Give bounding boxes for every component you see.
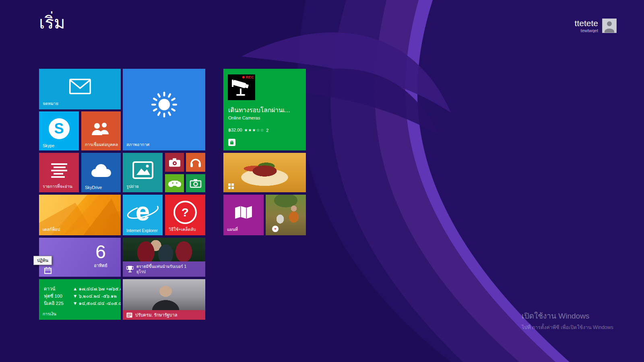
tile-desktop[interactable]: เดสก์ท็อป <box>39 195 121 235</box>
rating-count: 2 <box>266 128 268 133</box>
user-secondary-name: tewtwqet <box>575 28 598 33</box>
newspaper-icon <box>126 313 132 318</box>
finance-row: ดาวน์ ▲ ๑๗,๔๔๗.๖๗ +๗๖๕.๕๖ <box>44 286 118 293</box>
rec-indicator: REC <box>242 75 254 79</box>
activation-line1: เปิดใช้งาน Windows <box>522 310 613 322</box>
avatar-person-icon <box>607 21 612 26</box>
store-app-price: ฿32.00 <box>228 128 242 133</box>
activation-line2: ไปที่ การตั้งค่าพีซี เพื่อเปิดใช้งาน Win… <box>522 323 613 331</box>
start-screen: เริ่ม ttetete tewtwqet จดหมาย S Skype <box>0 0 644 362</box>
tile-maps[interactable]: แผนที่ <box>223 195 264 235</box>
tile-sports[interactable]: ตราฮมีขึ้นแท่นนำมรับเบอร์ 1 ยุโรป <box>123 238 205 277</box>
sports-headline: ตราฮมีขึ้นแท่นนำมรับเบอร์ 1 ยุโรป <box>136 264 186 274</box>
tile-label: แผนที่ <box>227 226 238 233</box>
store-app-subtitle: Online Cameras <box>228 115 260 120</box>
tile-label: Internet Explorer <box>126 228 158 233</box>
finance-row: ฟุตซี่ 100 ▼ ๖,๒๐๔.๒๔ -๕๖.๑๒ <box>44 293 118 300</box>
tile-label: การเชื่อมต่อบุคคล <box>85 141 118 148</box>
tile-label: การเงิน <box>43 311 56 317</box>
tile-skydrive[interactable]: SkyDrive <box>81 153 121 192</box>
tile-xbox-games[interactable] <box>165 174 184 192</box>
tile-label: รายการที่จะอ่าน <box>43 183 72 190</box>
news-headline: ปรับครม. รักษารัฐบาล <box>135 311 177 319</box>
food-app-grid-icon <box>228 183 234 189</box>
store-app-image: REC <box>228 74 255 100</box>
tile-people[interactable]: การเชื่อมต่อบุคคล <box>81 111 121 150</box>
camera-outline-icon <box>190 179 202 188</box>
tile-finance[interactable]: ดาวน์ ▲ ๑๗,๔๔๗.๖๗ +๗๖๕.๕๖ ฟุตซี่ 100 ▼ ๖… <box>39 279 121 320</box>
tile-store-online-cameras[interactable]: REC เดินทางรอบโลกผ่านเ... Online Cameras… <box>223 69 306 150</box>
page-title: เริ่ม <box>39 12 65 34</box>
tile-camera-green[interactable] <box>186 174 205 192</box>
tile-weather[interactable]: สภาพอากาศ <box>123 69 205 150</box>
rec-dot-icon <box>242 76 245 78</box>
store-bag-icon <box>228 138 236 146</box>
tile-music[interactable] <box>186 153 205 172</box>
skydrive-cloud-icon <box>89 162 113 178</box>
tile-photos[interactable]: รูปถ่าย <box>123 153 163 192</box>
tile-label: SkyDrive <box>85 185 102 190</box>
user-profile[interactable]: ttetete tewtwqet <box>575 19 617 33</box>
photos-icon <box>132 161 153 179</box>
tile-label: จดหมาย <box>43 100 58 107</box>
mail-icon <box>69 78 91 95</box>
trophy-icon <box>126 265 134 273</box>
reading-list-icon <box>50 162 68 178</box>
people-icon <box>91 121 111 136</box>
calendar-date: 6 อาทิตย์ <box>85 243 116 269</box>
store-app-title: เดินทางรอบโลกผ่านเ... <box>228 105 303 115</box>
tile-label: Skype <box>43 143 54 148</box>
tile-mail[interactable]: จดหมาย <box>39 69 121 109</box>
tile-label: รูปถ่าย <box>126 183 139 190</box>
calendar-icon <box>44 267 52 274</box>
camera-icon <box>169 158 181 167</box>
ie-icon: e <box>125 197 161 226</box>
tile-skype[interactable]: S Skype <box>39 111 79 150</box>
game-controller-icon <box>168 179 182 188</box>
calendar-tooltip: ปฏิทิน <box>33 256 52 265</box>
question-mark-icon: ? <box>173 201 197 224</box>
tile-news[interactable]: ปรับครม. รักษารัฐบาล <box>123 279 205 320</box>
calendar-day: 6 <box>85 243 116 261</box>
tile-help-tips[interactable]: ? วิธีใช้+เคล็ดลับ <box>165 195 205 235</box>
sports-caption-band: ตราฮมีขึ้นแท่นนำมรับเบอร์ 1 ยุโรป <box>123 261 205 277</box>
maps-icon <box>234 205 253 220</box>
tile-camera[interactable] <box>165 153 184 172</box>
user-name: ttetete <box>575 19 598 28</box>
rating-stars: ★★★☆☆ <box>244 128 264 132</box>
tile-label: เดสก์ท็อป <box>43 226 60 233</box>
tile-label: สภาพอากาศ <box>126 141 149 148</box>
heart-badge-icon: ♥ <box>272 226 279 232</box>
news-caption-band: ปรับครม. รักษารัฐบาล <box>123 310 205 320</box>
activation-watermark: เปิดใช้งาน Windows ไปที่ การตั้งค่าพีซี … <box>522 310 613 331</box>
finance-quotes: ดาวน์ ▲ ๑๗,๔๔๗.๖๗ +๗๖๕.๕๖ ฟุตซี่ 100 ▼ ๖… <box>44 286 118 307</box>
calendar-weekday: อาทิตย์ <box>85 262 116 269</box>
tile-travel[interactable]: ♥ <box>266 195 306 235</box>
avatar <box>602 19 617 33</box>
tile-label: วิธีใช้+เคล็ดลับ <box>169 226 196 233</box>
tile-reading-list[interactable]: รายการที่จะอ่าน <box>39 153 79 192</box>
weather-sun-icon <box>149 89 180 120</box>
finance-row: นิเคอิ 225 ▼ ๑๔,๕๐๔.๔๔ -๔๐๕.๔๒ <box>44 300 118 307</box>
cctv-camera-icon <box>231 79 252 98</box>
skype-icon: S <box>49 118 70 139</box>
headphones-icon <box>190 157 202 168</box>
tile-internet-explorer[interactable]: e Internet Explorer <box>123 195 163 235</box>
store-app-price-row: ฿32.00 ★★★☆☆ 2 <box>228 128 268 133</box>
tile-food-drink[interactable] <box>223 153 306 192</box>
